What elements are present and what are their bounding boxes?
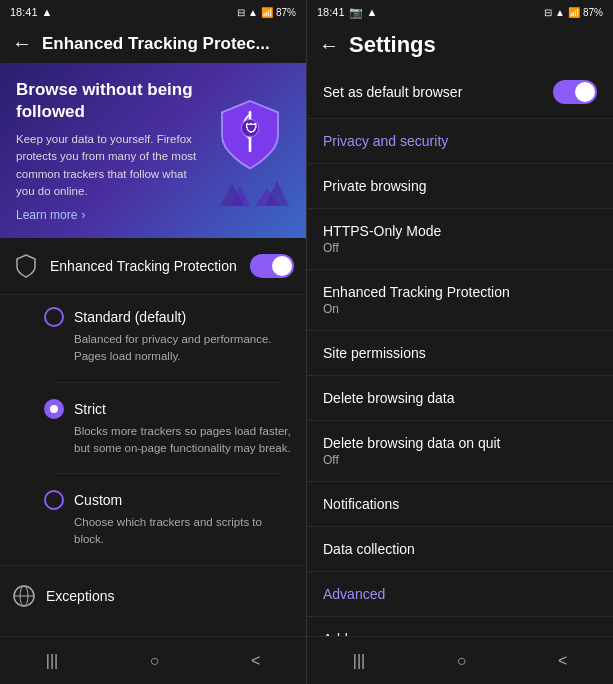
exceptions-label: Exceptions	[46, 588, 114, 604]
notifications-label: Notifications	[323, 496, 399, 512]
bottom-nav-left: ||| ○ <	[0, 636, 306, 684]
site-permissions-label: Site permissions	[323, 345, 426, 361]
settings-top-bar: ← Settings	[307, 24, 613, 66]
shield-icon-wrap: 🛡	[210, 96, 290, 206]
settings-item-addons[interactable]: Add-ons	[307, 617, 613, 636]
exceptions-row[interactable]: Exceptions	[0, 570, 306, 622]
divider-1	[56, 382, 282, 383]
radio-custom-label: Custom	[74, 492, 122, 508]
data-collection-label: Data collection	[323, 541, 415, 557]
arrow-icon-left: ▲	[42, 6, 53, 18]
status-bar-left: 18:41 ▲ ⊟ ▲ 📶 87%	[0, 0, 306, 24]
page-title-left: Enhanced Tracking Protec...	[42, 34, 270, 54]
nav-home-left[interactable]: ○	[150, 652, 160, 670]
right-panel: 18:41 📷 ▲ ⊟ ▲ 📶 87% ← Settings Set as de…	[307, 0, 613, 684]
back-button-left[interactable]: ←	[12, 32, 32, 55]
svg-text:🛡: 🛡	[245, 121, 257, 135]
delete-quit-label: Delete browsing data on quit	[323, 435, 500, 451]
status-icons-left: ⊟ ▲ 📶 87%	[237, 7, 296, 18]
settings-item-delete-data[interactable]: Delete browsing data	[307, 376, 613, 421]
settings-item-advanced-heading: Advanced	[307, 572, 613, 617]
hero-text: Browse without being followed Keep your …	[16, 79, 198, 222]
back-button-right[interactable]: ←	[319, 34, 339, 57]
radio-standard-label: Standard (default)	[74, 309, 186, 325]
settings-item-privacy-heading: Privacy and security	[307, 119, 613, 164]
radio-item-custom[interactable]: Custom Choose which trackers and scripts…	[44, 478, 294, 561]
divider-3	[0, 565, 306, 566]
globe-icon	[12, 584, 36, 608]
delete-data-label: Delete browsing data	[323, 390, 455, 406]
settings-item-data-collection[interactable]: Data collection	[307, 527, 613, 572]
settings-item-delete-quit[interactable]: Delete browsing data on quit Off	[307, 421, 613, 482]
status-icons-right: ⊟ ▲ 📶 87%	[544, 7, 603, 18]
radio-item-standard[interactable]: Standard (default) Balanced for privacy …	[44, 295, 294, 378]
left-panel: 18:41 ▲ ⊟ ▲ 📶 87% ← Enhanced Tracking Pr…	[0, 0, 307, 684]
settings-item-private-browsing[interactable]: Private browsing	[307, 164, 613, 209]
etp-sub: On	[323, 302, 510, 316]
radio-strict-label: Strict	[74, 401, 106, 417]
learn-more-link[interactable]: Learn more ›	[16, 208, 198, 222]
status-time-left: 18:41 ▲	[10, 6, 52, 18]
delete-quit-sub: Off	[323, 453, 500, 467]
nav-back-left[interactable]: <	[251, 652, 260, 670]
nav-menu-right[interactable]: |||	[353, 652, 365, 670]
time-left: 18:41	[10, 6, 38, 18]
hero-banner: Browse without being followed Keep your …	[0, 63, 306, 238]
top-bar-left: ← Enhanced Tracking Protec...	[0, 24, 306, 63]
settings-item-https[interactable]: HTTPS-Only Mode Off	[307, 209, 613, 270]
shield-icon: 🛡	[215, 96, 285, 176]
radio-item-strict[interactable]: Strict Blocks more trackers so pages loa…	[44, 387, 294, 470]
settings-list: Set as default browser Privacy and secur…	[307, 66, 613, 636]
default-browser-label: Set as default browser	[323, 84, 462, 100]
bottom-nav-right: ||| ○ <	[307, 636, 613, 684]
default-browser-toggle[interactable]	[553, 80, 597, 104]
settings-item-notifications[interactable]: Notifications	[307, 482, 613, 527]
https-sub: Off	[323, 241, 441, 255]
trees-decoration	[210, 176, 290, 206]
settings-item-etp[interactable]: Enhanced Tracking Protection On	[307, 270, 613, 331]
hero-body: Keep your data to yourself. Firefox prot…	[16, 131, 198, 200]
time-right: 18:41	[317, 6, 345, 18]
camera-icon: 📷	[349, 6, 363, 19]
etp-label: Enhanced Tracking Protection	[323, 284, 510, 300]
main-toggle-label: Enhanced Tracking Protection	[50, 258, 240, 274]
radio-custom-desc: Choose which trackers and scripts to blo…	[74, 514, 294, 549]
https-label: HTTPS-Only Mode	[323, 223, 441, 239]
radio-strict-desc: Blocks more trackers so pages load faste…	[74, 423, 294, 458]
arrow-icon-right: ▲	[367, 6, 378, 18]
nav-home-right[interactable]: ○	[457, 652, 467, 670]
radio-strict-circle[interactable]	[44, 399, 64, 419]
settings-item-site-permissions[interactable]: Site permissions	[307, 331, 613, 376]
divider-2	[56, 473, 282, 474]
settings-title: Settings	[349, 32, 436, 58]
main-toggle-switch[interactable]	[250, 254, 294, 278]
privacy-heading-label: Privacy and security	[323, 133, 448, 149]
main-toggle-row[interactable]: Enhanced Tracking Protection	[0, 238, 306, 295]
advanced-heading-label: Advanced	[323, 586, 385, 602]
radio-standard-circle[interactable]	[44, 307, 64, 327]
settings-item-default-browser[interactable]: Set as default browser	[307, 66, 613, 119]
nav-menu-left[interactable]: |||	[46, 652, 58, 670]
nav-back-right[interactable]: <	[558, 652, 567, 670]
status-bar-right: 18:41 📷 ▲ ⊟ ▲ 📶 87%	[307, 0, 613, 24]
radio-custom-circle[interactable]	[44, 490, 64, 510]
private-browsing-label: Private browsing	[323, 178, 427, 194]
radio-standard-desc: Balanced for privacy and performance. Pa…	[74, 331, 294, 366]
hero-title: Browse without being followed	[16, 79, 198, 123]
status-time-right: 18:41 📷 ▲	[317, 6, 377, 19]
radio-options-section: Standard (default) Balanced for privacy …	[0, 295, 306, 561]
shield-small-icon	[12, 252, 40, 280]
